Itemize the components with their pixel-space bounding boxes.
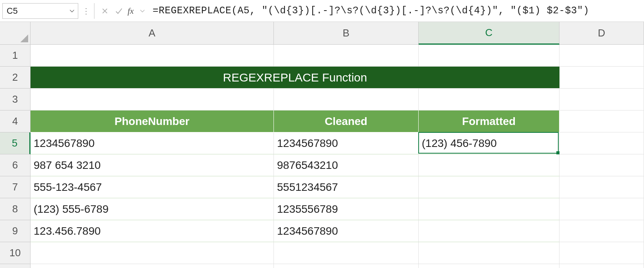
select-all-corner[interactable] [0,22,31,45]
cancel-icon[interactable] [99,5,110,16]
grid-row [31,242,644,264]
grid-row: 555-123-45675551234567 [31,176,644,198]
cell[interactable] [31,264,274,268]
data-cell[interactable]: 1234567890 [274,132,419,154]
cell[interactable] [419,242,559,264]
cell[interactable] [31,89,274,110]
cell[interactable] [559,67,644,89]
spreadsheet-grid: ABCD 1234567891011 REGEXREPLACE Function… [0,22,644,268]
row-header-10[interactable]: 10 [0,242,31,264]
divider-dots-icon: ⋮ [82,6,90,16]
cell[interactable] [274,45,419,67]
data-cell[interactable]: 5551234567 [274,176,419,198]
data-cell[interactable]: 1234567890 [31,132,274,154]
cell[interactable] [274,89,419,110]
cell[interactable] [419,45,559,67]
grid-row: PhoneNumberCleanedFormatted [31,110,644,132]
data-cell[interactable]: 555-123-4567 [31,176,274,198]
cell[interactable] [559,132,644,154]
grid-row: 123.456.78901234567890 [31,220,644,242]
cell[interactable] [274,264,419,268]
cell[interactable] [559,198,644,220]
name-box-value: C5 [7,6,18,16]
table-header-c[interactable]: Formatted [419,110,559,132]
name-box[interactable]: C5 [2,3,78,19]
row-header-6[interactable]: 6 [0,154,31,176]
row-header-5[interactable]: 5 [0,132,31,154]
column-header-a[interactable]: A [31,22,274,45]
chevron-down-icon[interactable] [137,5,148,16]
cell[interactable] [31,45,274,67]
cell[interactable] [419,89,559,110]
formula-bar: C5 ⋮ fx [0,0,644,22]
table-header-b[interactable]: Cleaned [274,110,419,132]
grid-row [31,89,644,110]
grid-row [31,264,644,268]
data-cell[interactable]: 123.456.7890 [31,220,274,242]
fx-icon[interactable]: fx [128,6,134,16]
data-cell[interactable]: 987 654 3210 [31,154,274,176]
chevron-down-icon[interactable] [69,6,75,16]
data-cell[interactable] [419,176,559,198]
grid-row: 987 654 32109876543210 [31,154,644,176]
title-cell[interactable]: REGEXREPLACE Function [31,67,559,89]
row-header-9[interactable]: 9 [0,220,31,242]
cell[interactable] [559,89,644,110]
row-header-11[interactable]: 11 [0,264,31,268]
row-header-1[interactable]: 1 [0,45,31,67]
cell[interactable] [419,264,559,268]
data-cell[interactable] [419,154,559,176]
grid-row: REGEXREPLACE Function [31,67,644,89]
formula-input[interactable] [149,3,644,19]
cell[interactable] [559,220,644,242]
table-header-a[interactable]: PhoneNumber [31,110,274,132]
cell[interactable] [274,242,419,264]
data-cell[interactable]: 1234567890 [274,220,419,242]
cell[interactable] [559,264,644,268]
column-header-d[interactable]: D [559,22,644,45]
divider [94,3,95,19]
data-cell[interactable]: (123) 555-6789 [31,198,274,220]
data-cell[interactable] [419,220,559,242]
cell[interactable] [31,242,274,264]
row-header-7[interactable]: 7 [0,176,31,198]
data-cell[interactable]: 1235556789 [274,198,419,220]
cell[interactable] [559,110,644,132]
row-header-2[interactable]: 2 [0,67,31,89]
grid-row: 12345678901234567890(123) 456-7890 [31,132,644,154]
cell[interactable] [559,242,644,264]
row-header-3[interactable]: 3 [0,89,31,110]
cell[interactable] [559,45,644,67]
grid-row [31,45,644,67]
cell[interactable] [559,154,644,176]
column-header-c[interactable]: C [419,22,559,45]
row-header-4[interactable]: 4 [0,110,31,132]
data-cell[interactable] [419,198,559,220]
data-cell[interactable]: 9876543210 [274,154,419,176]
column-header-b[interactable]: B [274,22,419,45]
cell[interactable] [559,176,644,198]
data-cell[interactable]: (123) 456-7890 [419,132,559,154]
row-header-8[interactable]: 8 [0,198,31,220]
grid-row: (123) 555-67891235556789 [31,198,644,220]
enter-icon[interactable] [113,5,124,16]
